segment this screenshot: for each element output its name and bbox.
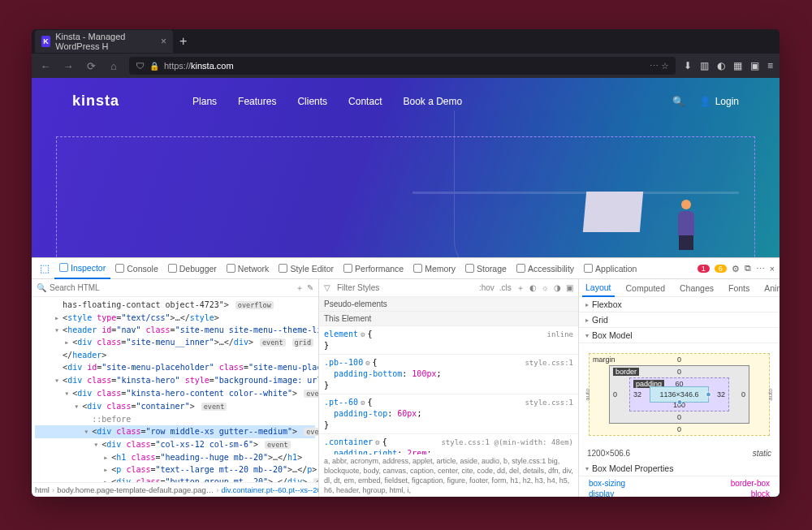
html-tree-line[interactable]: ▸<div class="button-group mt--20">…</div… [35, 476, 315, 482]
devtools-tab-accessibility[interactable]: Accessibility [512, 258, 579, 279]
html-tree[interactable]: has-floating-contact object-4723"> overf… [32, 297, 318, 482]
html-tree-line[interactable]: ▾<div class="kinsta-hero-content color--… [35, 387, 315, 400]
browser-window: K Kinsta - Managed WordPress H × + ← → ⟳… [32, 29, 780, 497]
ext2-icon[interactable]: ▣ [750, 60, 759, 71]
reload-button[interactable]: ⟳ [84, 60, 98, 72]
new-tab-button[interactable]: + [173, 34, 193, 49]
hov-toggle[interactable]: :hov [479, 283, 495, 292]
new-rule-icon[interactable]: ＋ [516, 282, 525, 294]
browser-tab[interactable]: K Kinsta - Managed WordPress H × [35, 30, 173, 53]
breadcrumb[interactable]: html›body.home.page-template-default.pag… [32, 482, 318, 497]
devtools-tab-console[interactable]: Console [110, 258, 163, 279]
tab-favicon: K [41, 36, 50, 47]
css-rule[interactable]: .pt--60 ⚙ {style.css:1padding-top: 60px;… [319, 394, 578, 434]
html-tree-line[interactable]: </header> [35, 349, 315, 361]
library-icon[interactable]: ▥ [700, 60, 709, 71]
css-rules-list[interactable]: element ⚙ {inline}.pb--100 ⚙ {style.css:… [319, 326, 578, 455]
bm-content: 1136×346.6 [650, 386, 709, 403]
layout-tab-animations[interactable]: Animations [761, 279, 780, 297]
devtools-dock-icon[interactable]: ⧉ [745, 263, 751, 274]
layout-tab-fonts[interactable]: Fonts [725, 279, 753, 297]
layout-tab-layout[interactable]: Layout [582, 279, 615, 297]
layout-tab-changes[interactable]: Changes [676, 279, 717, 297]
devtools-tabs: ⬚ InspectorConsoleDebuggerNetworkStyle E… [32, 258, 780, 279]
devtools-tab-inspector[interactable]: Inspector [54, 258, 110, 279]
account-icon[interactable]: ◐ [717, 60, 725, 71]
breadcrumb-item[interactable]: html [35, 485, 50, 494]
devtools-tab-performance[interactable]: Performance [339, 258, 408, 279]
forward-button[interactable]: → [61, 60, 76, 72]
devtools-tab-application[interactable]: Application [579, 258, 641, 279]
html-tree-line[interactable]: has-floating-contact object-4723"> overf… [35, 299, 315, 312]
search-html-bar: 🔍 ＋ ✎ [32, 279, 318, 297]
home-button[interactable]: ⌂ [106, 60, 121, 72]
html-tree-line[interactable]: ▾<div class="col-xs-12 col-sm-6"> event [35, 438, 315, 451]
html-tree-line[interactable]: ▸<p class="text--large mt--20 mb--20">…<… [35, 463, 315, 476]
close-icon[interactable]: × [161, 36, 166, 47]
html-tree-line[interactable]: ::before [35, 413, 315, 425]
url-text: https://kinsta.com [164, 61, 234, 71]
devtools-close-icon[interactable]: × [770, 264, 775, 274]
box-model-dims-row: 1200×506.6 static [579, 446, 780, 461]
box-model-properties: box-sizingborder-boxdisplayblockfloatnon… [579, 476, 780, 497]
html-tree-line[interactable]: ▾<div class="container"> event [35, 400, 315, 413]
css-rule[interactable]: .pb--100 ⚙ {style.css:1padding-bottom: 1… [319, 355, 578, 394]
extensions-icon[interactable]: ▦ [733, 60, 742, 71]
box-model-section-header[interactable]: ▾Box Model [579, 328, 780, 343]
html-tree-line[interactable]: ▸<style type="text/css">…</style> [35, 312, 315, 324]
print-media-icon[interactable]: ☼ [542, 283, 549, 292]
devtools-settings-icon[interactable]: ⚙ [732, 264, 740, 274]
node-picker-icon[interactable]: ⬚ [37, 262, 53, 274]
devtools-tab-style-editor[interactable]: Style Editor [274, 258, 339, 279]
url-actions[interactable]: ⋯ ☆ [650, 61, 669, 71]
box-model-diagram[interactable]: margin 0 0 auto auto border 0 0 0 0 [579, 343, 780, 446]
search-icon: 🔍 [37, 283, 46, 292]
breadcrumb-item[interactable]: body.home.page-template-default.page.pag… [57, 485, 214, 494]
reduced-motion-icon[interactable]: ▣ [566, 283, 573, 292]
tab-title: Kinsta - Managed WordPress H [55, 32, 156, 51]
devtools-tab-memory[interactable]: Memory [408, 258, 460, 279]
back-button[interactable]: ← [38, 60, 53, 72]
hero-illustration [585, 183, 715, 265]
downloads-icon[interactable]: ⬇ [684, 60, 692, 71]
filter-icon: ▽ [324, 283, 330, 292]
shield-icon[interactable]: 🛡 [136, 61, 145, 71]
html-tree-line[interactable]: ▾<div class="kinsta-hero" style="backgro… [35, 374, 315, 387]
pseudo-elements-header[interactable]: Pseudo-elements [319, 297, 578, 312]
content-area: kinsta PlansFeaturesClientsContactBook a… [32, 78, 780, 497]
devtools-body: 🔍 ＋ ✎ has-floating-contact object-4723">… [32, 279, 780, 497]
filter-styles-input[interactable] [337, 283, 473, 292]
inherited-rules-text: a, abbr, acronym, address, applet, artic… [319, 455, 578, 497]
html-tree-line[interactable]: ▾<div class="row middle-xs gutter--mediu… [35, 425, 315, 438]
lock-icon[interactable]: 🔒 [149, 62, 159, 71]
error-count-badge[interactable]: 1 [698, 265, 710, 273]
layout-tabs: LayoutComputedChangesFontsAnimations [579, 279, 780, 297]
color-scheme-icon[interactable]: ◑ [554, 283, 561, 292]
devtools-tab-network[interactable]: Network [222, 258, 274, 279]
add-node-icon[interactable]: ＋ [296, 282, 304, 294]
box-model-prop: displayblock [579, 489, 780, 497]
breadcrumb-item[interactable]: div.container.pt--60.pt--xs--20.pb--100 [221, 485, 318, 494]
flexbox-section-header[interactable]: ▸Flexbox [579, 297, 780, 312]
url-bar[interactable]: 🛡 🔒 https://kinsta.com ⋯ ☆ [129, 57, 676, 75]
devtools-more-icon[interactable]: ⋯ [756, 264, 765, 274]
search-html-input[interactable] [50, 283, 292, 292]
styles-panel: ▽ :hov .cls ＋ ◐ ☼ ◑ ▣ Pseudo-elements [319, 279, 579, 497]
grid-section-header[interactable]: ▸Grid [579, 312, 780, 328]
warning-count-badge[interactable]: 6 [715, 265, 727, 273]
menu-icon[interactable]: ≡ [767, 60, 773, 71]
layout-tab-computed[interactable]: Computed [623, 279, 668, 297]
css-rule[interactable]: element ⚙ {inline} [319, 326, 578, 355]
devtools-tab-debugger[interactable]: Debugger [163, 258, 222, 279]
devtools: ⬚ InspectorConsoleDebuggerNetworkStyle E… [32, 257, 780, 497]
html-tree-line[interactable]: ▸<div class="site-menu__inner">…</div> e… [35, 336, 315, 349]
html-tree-line[interactable]: ▾<header id="nav" class="site-menu site-… [35, 324, 315, 336]
eyedropper-icon[interactable]: ✎ [307, 283, 313, 292]
html-tree-line[interactable]: ▸<h1 class="heading--huge mb--20">…</h1> [35, 451, 315, 463]
css-rule[interactable]: .container ⚙ {style.css:1 @(min-width: 4… [319, 434, 578, 455]
cls-toggle[interactable]: .cls [499, 283, 512, 292]
light-dark-icon[interactable]: ◐ [529, 283, 537, 292]
box-model-properties-header[interactable]: ▾Box Model Properties [579, 461, 780, 476]
devtools-tab-storage[interactable]: Storage [460, 258, 512, 279]
html-tree-line[interactable]: <div id="site-menu-placeholder" class="s… [35, 361, 315, 374]
